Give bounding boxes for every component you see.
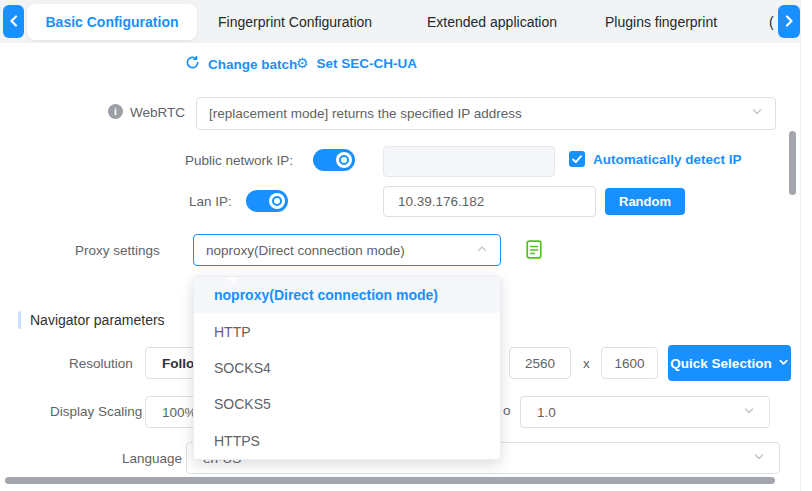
- chevron-down-icon: [753, 451, 765, 466]
- pixel-ratio-select[interactable]: 1.0: [520, 396, 770, 428]
- tab-basic-configuration[interactable]: Basic Configuration: [27, 4, 197, 40]
- quick-selection-label: Quick Selection: [670, 356, 771, 371]
- lan-ip-input[interactable]: [383, 186, 596, 217]
- proxy-settings-label: Proxy settings: [75, 243, 160, 258]
- tabs-scroll-right-button[interactable]: [778, 5, 800, 38]
- proxy-option-socks5[interactable]: SOCKS5: [194, 386, 500, 422]
- change-batch-link[interactable]: Change batch: [185, 55, 297, 73]
- horizontal-scrollbar-thumb[interactable]: [5, 477, 775, 484]
- right-gutter: [800, 0, 812, 491]
- resolution-separator: x: [583, 356, 590, 371]
- tab-fingerprint-configuration[interactable]: Fingerprint Configuration: [218, 14, 372, 30]
- set-sec-ch-ua-link[interactable]: ⚙ Set SEC-CH-UA: [296, 55, 417, 71]
- section-accent-bar: [18, 311, 21, 329]
- proxy-option-noproxy[interactable]: noproxy(Direct connection mode): [194, 277, 500, 313]
- tab-extended-application[interactable]: Extended application: [427, 14, 557, 30]
- toggle-knob: [269, 193, 285, 209]
- chevron-right-icon: [784, 13, 794, 31]
- info-icon: i: [108, 104, 123, 119]
- pixel-ratio-value: 1.0: [537, 405, 556, 420]
- tab-partial-next[interactable]: (: [769, 14, 774, 30]
- chevron-up-icon: [476, 243, 488, 258]
- display-scaling-value: 100%: [162, 405, 197, 420]
- public-ip-input[interactable]: [383, 146, 555, 177]
- proxy-doc-icon[interactable]: [526, 240, 542, 263]
- chevron-down-icon: [743, 405, 755, 420]
- proxy-select-value: noproxy(Direct connection mode): [206, 243, 405, 258]
- vertical-scrollbar-thumb[interactable]: [789, 131, 796, 195]
- gear-icon: ⚙: [296, 55, 309, 71]
- quick-selection-button[interactable]: Quick Selection: [668, 345, 791, 381]
- check-icon: [572, 150, 582, 168]
- display-scaling-label: Display Scaling: [50, 404, 142, 419]
- resolution-height-input[interactable]: [601, 347, 658, 379]
- resolution-width-input[interactable]: [509, 347, 571, 379]
- change-batch-label: Change batch: [208, 57, 297, 72]
- tab-plugins-fingerprint[interactable]: Plugins fingerprint: [605, 14, 717, 30]
- lan-ip-label: Lan IP:: [189, 194, 232, 209]
- chevron-down-icon: [751, 106, 763, 121]
- proxy-option-https[interactable]: HTTPS: [194, 423, 500, 459]
- webrtc-select-value: [replacement mode] returns the specified…: [209, 106, 522, 121]
- chevron-left-icon: [9, 13, 19, 31]
- lan-ip-toggle[interactable]: [246, 190, 288, 212]
- random-button[interactable]: Random: [605, 188, 685, 215]
- tab-label: Basic Configuration: [45, 14, 178, 30]
- chevron-down-icon: [778, 356, 789, 371]
- webrtc-label: WebRTC: [130, 105, 185, 120]
- pixel-ratio-label-partial: o: [503, 403, 511, 418]
- public-ip-label: Public network IP:: [185, 153, 293, 168]
- auto-detect-ip-label[interactable]: Automatically detect IP: [593, 152, 742, 167]
- tabs-scroll-left-button[interactable]: [3, 5, 24, 38]
- proxy-option-http[interactable]: HTTP: [194, 313, 500, 349]
- refresh-icon: [185, 55, 200, 73]
- tab-bar: Basic Configuration Fingerprint Configur…: [0, 0, 812, 43]
- resolution-label: Resolution: [69, 356, 133, 371]
- toggle-knob: [336, 152, 352, 168]
- proxy-option-socks4[interactable]: SOCKS4: [194, 350, 500, 386]
- auto-detect-ip-checkbox[interactable]: [569, 151, 585, 167]
- set-sec-ch-ua-label: Set SEC-CH-UA: [317, 56, 418, 71]
- navigator-parameters-title: Navigator parameters: [30, 312, 165, 328]
- language-label: Language: [122, 451, 182, 466]
- proxy-select[interactable]: noproxy(Direct connection mode): [193, 234, 501, 266]
- proxy-dropdown-panel: noproxy(Direct connection mode) HTTP SOC…: [193, 276, 501, 460]
- webrtc-select[interactable]: [replacement mode] returns the specified…: [196, 97, 776, 130]
- public-ip-toggle[interactable]: [313, 149, 355, 171]
